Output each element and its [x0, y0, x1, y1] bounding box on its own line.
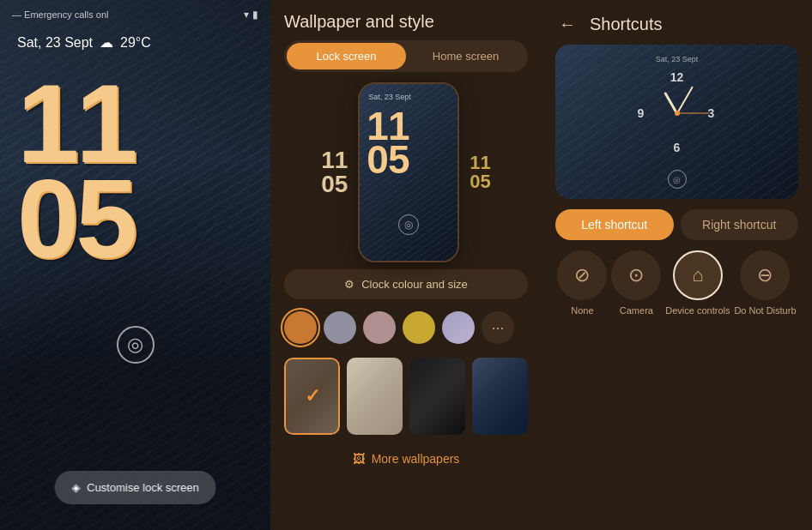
back-arrow-icon: ←: [559, 15, 576, 34]
shortcuts-panel: ← Shortcuts Sat, 23 Sept 12 3 6 9 ◎ Left…: [542, 0, 812, 530]
status-icons: ▾ ▮: [244, 9, 258, 21]
clock-num-9: 9: [638, 106, 645, 120]
wallpaper-style-panel: Wallpaper and style Lock screen Home scr…: [270, 0, 542, 530]
back-button[interactable]: ←: [555, 12, 579, 36]
wallpaper-preview-area: 11 05 Sat, 23 Sept 11 05 ◎ 11 05: [270, 82, 542, 262]
lock-screen-panel: — Emergency calls onl ▾ ▮ Sat, 23 Sept ☁…: [0, 0, 270, 530]
wallpaper-thumb-2[interactable]: [347, 358, 403, 435]
clock-colour-label: Clock colour and size: [361, 278, 468, 291]
swatch-pink-gray[interactable]: [363, 311, 396, 344]
dnd-icon: ⊖: [757, 264, 773, 286]
weather-icon: ☁: [100, 34, 113, 51]
image-icon: 🖼: [353, 452, 365, 466]
camera-icon: ⊙: [628, 264, 644, 286]
device-controls-icon-box[interactable]: ⌂: [673, 250, 723, 300]
mockup-fingerprint-icon: ◎: [398, 214, 419, 235]
swatch-purple-gray[interactable]: [442, 311, 475, 344]
shortcuts-title: Shortcuts: [590, 15, 662, 34]
temperature-text: 29°C: [120, 35, 151, 51]
clock-colour-size-button[interactable]: ⚙ Clock colour and size: [284, 269, 528, 299]
fingerprint-area[interactable]: ◎: [0, 326, 270, 364]
customise-label: Customise lock screen: [87, 481, 199, 494]
wallpaper-thumbnails: [270, 351, 542, 442]
left-shortcut-label: Left shortcut: [581, 218, 647, 232]
shortcut-device-controls[interactable]: ⌂ Device controls: [665, 250, 730, 316]
wifi-icon: ▾: [244, 9, 249, 21]
shortcuts-phone-preview: Sat, 23 Sept 12 3 6 9 ◎: [555, 45, 798, 199]
customise-lock-screen-button[interactable]: ◈ Customise lock screen: [54, 471, 216, 504]
small-clock-right-hour: 11: [470, 154, 490, 172]
camera-label: Camera: [620, 305, 653, 316]
left-shortcut-tab[interactable]: Left shortcut: [555, 209, 674, 240]
clock-center-dot: [675, 111, 680, 116]
gear-icon: ⚙: [344, 278, 354, 291]
small-clock-right-minute: 05: [470, 172, 490, 191]
customise-icon: ◈: [71, 481, 80, 494]
shortcuts-preview-fingerprint: ◎: [668, 170, 687, 189]
swatch-gold[interactable]: [403, 311, 435, 344]
mockup-clock: 11 05: [367, 110, 409, 177]
small-clock-left-minute: 05: [321, 172, 348, 196]
phone-preview-mockup[interactable]: Sat, 23 Sept 11 05 ◎: [358, 82, 459, 262]
shortcuts-header: ← Shortcuts: [542, 0, 812, 45]
camera-icon-box[interactable]: ⊙: [611, 250, 661, 300]
dnd-icon-box[interactable]: ⊖: [740, 250, 790, 300]
emergency-calls-text: — Emergency calls onl: [12, 9, 109, 20]
battery-icon: ▮: [252, 9, 258, 21]
more-swatches-button[interactable]: ···: [482, 311, 514, 344]
none-icon-box[interactable]: ⊘: [557, 250, 607, 300]
shortcuts-preview-date: Sat, 23 Sept: [656, 55, 699, 63]
right-shortcut-label: Right shortcut: [702, 218, 776, 232]
small-clock-left: 11 05: [321, 148, 348, 196]
date-display: Sat, 23 Sept ☁ 29°C: [0, 26, 270, 59]
status-bar: — Emergency calls onl ▾ ▮: [0, 0, 270, 26]
clock-minute: 05: [17, 172, 253, 267]
wallpaper-panel-title: Wallpaper and style: [270, 0, 542, 40]
device-controls-label: Device controls: [665, 305, 730, 316]
swatch-gray[interactable]: [324, 311, 356, 344]
tab-lock-screen[interactable]: Lock screen: [287, 43, 406, 69]
mockup-minute: 05: [367, 143, 409, 177]
small-clock-left-hour: 11: [321, 148, 348, 172]
shortcut-none[interactable]: ⊘ None: [557, 250, 607, 316]
small-clock-right: 11 05: [470, 154, 490, 191]
wallpaper-thumb-4[interactable]: [472, 358, 528, 435]
color-swatches: ···: [270, 304, 542, 351]
dnd-label: Do Not Disturb: [734, 305, 796, 316]
device-controls-icon: ⌂: [692, 264, 703, 286]
tab-home-screen[interactable]: Home screen: [406, 43, 525, 69]
date-text: Sat, 23 Sept: [17, 35, 93, 51]
minute-hand: [676, 86, 694, 113]
clock-num-6: 6: [674, 141, 681, 154]
fingerprint-icon[interactable]: ◎: [117, 326, 155, 364]
tab-home-screen-label: Home screen: [433, 50, 499, 63]
mockup-date: Sat, 23 Sept: [368, 93, 411, 101]
analog-clock: 12 3 6 9: [634, 70, 720, 156]
wallpaper-thumb-3[interactable]: [409, 358, 465, 435]
analog-clock-container: 12 3 6 9: [634, 70, 720, 156]
swatch-orange[interactable]: [284, 311, 317, 344]
clock-num-12: 12: [670, 70, 684, 84]
second-hand: [677, 113, 710, 114]
right-shortcut-tab[interactable]: Right shortcut: [681, 209, 799, 240]
none-icon: ⊘: [574, 264, 590, 286]
tab-lock-screen-label: Lock screen: [316, 50, 376, 63]
more-wallpapers-label: More wallpapers: [372, 452, 460, 466]
large-clock: 11 05: [0, 59, 270, 274]
shortcut-tabs: Left shortcut Right shortcut: [555, 209, 798, 240]
shortcut-options-grid: ⊘ None ⊙ Camera ⌂ Device controls ⊖ Do N…: [542, 250, 812, 316]
more-wallpapers-button[interactable]: 🖼 More wallpapers: [346, 445, 467, 473]
wallpaper-thumb-1[interactable]: [284, 358, 340, 435]
shortcut-do-not-disturb[interactable]: ⊖ Do Not Disturb: [734, 250, 796, 316]
none-label: None: [571, 305, 593, 316]
shortcut-camera[interactable]: ⊙ Camera: [611, 250, 661, 316]
tab-bar: Lock screen Home screen: [284, 40, 528, 72]
